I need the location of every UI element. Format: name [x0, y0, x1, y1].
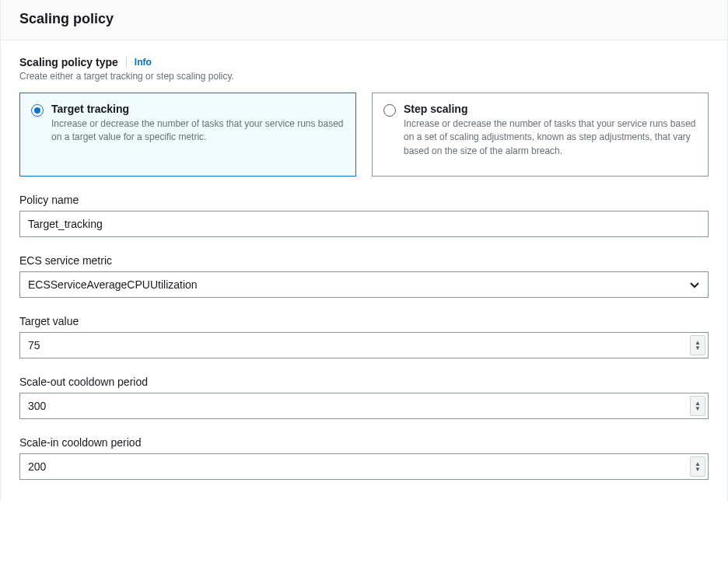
scale-out-input[interactable] [19, 393, 709, 419]
policy-type-radio-group: Target tracking Increase or decrease the… [19, 93, 709, 177]
quantity-stepper[interactable]: ▲▼ [690, 335, 705, 355]
radio-icon [31, 104, 44, 117]
scale-out-label: Scale-out cooldown period [19, 376, 709, 388]
radio-title-target-tracking: Target tracking [51, 103, 345, 115]
radio-card-step-scaling[interactable]: Step scaling Increase or decrease the nu… [372, 93, 709, 177]
radio-content: Step scaling Increase or decrease the nu… [404, 103, 697, 158]
target-value-field: Target value ▲▼ [19, 315, 709, 358]
panel-header: Scaling policy [1, 0, 727, 40]
scale-in-input[interactable] [19, 453, 709, 480]
ecs-metric-label: ECS service metric [19, 254, 709, 267]
ecs-metric-field: ECS service metric ECSServiceAverageCPUU… [19, 254, 709, 298]
radio-content: Target tracking Increase or decrease the… [51, 103, 345, 145]
policy-type-help: Create either a target tracking or step … [19, 71, 709, 82]
policy-type-label: Scaling policy type [19, 56, 118, 68]
quantity-stepper[interactable]: ▲▼ [690, 396, 705, 416]
radio-icon [383, 104, 396, 117]
panel-body: Scaling policy type Info Create either a… [1, 40, 727, 502]
scale-in-field: Scale-in cooldown period ▲▼ [19, 436, 709, 480]
radio-desc-target-tracking: Increase or decrease the number of tasks… [51, 117, 345, 145]
info-link[interactable]: Info [135, 57, 152, 68]
target-value-label: Target value [19, 315, 709, 327]
scaling-policy-panel: Scaling policy Scaling policy type Info … [0, 0, 728, 502]
policy-name-input[interactable] [19, 211, 709, 237]
policy-name-field: Policy name [19, 194, 709, 237]
radio-desc-step-scaling: Increase or decrease the number of tasks… [404, 117, 697, 158]
policy-type-label-row: Scaling policy type Info [19, 56, 709, 68]
target-value-input[interactable] [19, 332, 709, 358]
radio-title-step-scaling: Step scaling [404, 103, 697, 115]
scale-in-label: Scale-in cooldown period [19, 436, 709, 449]
divider [126, 57, 127, 68]
panel-title: Scaling policy [19, 11, 709, 27]
quantity-stepper[interactable]: ▲▼ [690, 456, 705, 477]
policy-name-label: Policy name [19, 194, 709, 206]
radio-card-target-tracking[interactable]: Target tracking Increase or decrease the… [19, 93, 356, 177]
ecs-metric-select[interactable]: ECSServiceAverageCPUUtilization [19, 271, 709, 298]
scale-out-field: Scale-out cooldown period ▲▼ [19, 376, 709, 419]
